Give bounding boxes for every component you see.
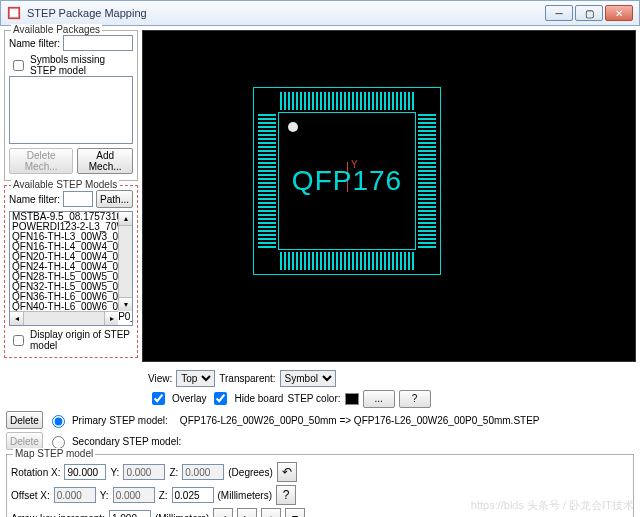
overlay-checkbox[interactable]	[152, 392, 165, 405]
watermark: https://blds 头条号 / 卧龙会IT技术	[471, 498, 634, 513]
help-question-button[interactable]: ?	[399, 390, 431, 408]
chip-pins-left	[258, 114, 276, 248]
rotation-x-label: Rotation X:	[11, 467, 60, 478]
chip-pins-bottom	[280, 252, 414, 270]
transparent-label: Transparent:	[219, 373, 275, 384]
available-packages-group: Available Packages Name filter: Symbols …	[4, 30, 138, 181]
scrollbar-vertical[interactable]: ▴ ▾	[118, 212, 132, 311]
scroll-down-icon[interactable]: ▾	[119, 297, 132, 311]
group-title: Map STEP model	[13, 448, 95, 459]
name-filter-label: Name filter:	[9, 194, 60, 205]
scroll-right-icon[interactable]: ▸	[104, 312, 118, 325]
packages-listbox[interactable]	[9, 76, 133, 144]
window-title: STEP Package Mapping	[27, 7, 543, 19]
display-origin-checkbox[interactable]	[13, 335, 24, 346]
offset-unit: (Millimeters)	[218, 490, 272, 501]
display-origin-label: Display origin of STEP model	[30, 329, 133, 351]
available-step-models-group: Available STEP Models Name filter: Path.…	[4, 185, 138, 358]
arrow-right-icon[interactable]: ▸	[237, 508, 257, 517]
path-button[interactable]: Path...	[96, 190, 133, 208]
packages-name-filter-input[interactable]	[63, 35, 133, 51]
models-listbox[interactable]: MSTBA-9.5_08.1757310.STEPPOWERDI123-2-L3…	[9, 211, 133, 326]
minimize-button[interactable]: ─	[545, 5, 573, 21]
group-title: Available Packages	[11, 24, 102, 35]
primary-model-radio[interactable]	[52, 415, 65, 428]
rotation-y-label: Y:	[110, 467, 119, 478]
title-bar: STEP Package Mapping ─ ▢ ✕	[0, 0, 640, 26]
models-name-filter-input[interactable]	[63, 191, 93, 207]
group-title: Available STEP Models	[11, 179, 119, 190]
scroll-up-icon[interactable]: ▴	[119, 212, 132, 226]
arrow-down-icon[interactable]: ▾	[285, 508, 305, 517]
arrow-key-unit: (Millimeters)	[155, 513, 209, 518]
chip-body: QFP176	[278, 112, 416, 250]
offset-y-input[interactable]	[113, 487, 155, 503]
secondary-model-label: Secondary STEP model:	[72, 436, 181, 447]
chip-pins-top	[280, 92, 414, 110]
close-button[interactable]: ✕	[605, 5, 633, 21]
offset-x-input[interactable]	[54, 487, 96, 503]
offset-y-label: Y:	[100, 490, 109, 501]
overlay-label: Overlay	[172, 393, 206, 404]
rotation-unit: (Degrees)	[228, 467, 272, 478]
hide-board-label: Hide board	[234, 393, 283, 404]
view-select[interactable]: Top	[176, 370, 215, 387]
add-mech-button[interactable]: Add Mech...	[77, 148, 133, 174]
svg-rect-1	[10, 9, 19, 18]
bottom-panel: View: Top Transparent: Symbol Overlay Hi…	[0, 366, 640, 517]
mapping-text: QFP176-L26_00W26_00P0_50mm => QFP176-L26…	[180, 415, 540, 426]
arrow-up-icon[interactable]: ▴	[261, 508, 281, 517]
offset-z-input[interactable]	[172, 487, 214, 503]
chip-pins-right	[418, 114, 436, 248]
offset-x-label: Offset X:	[11, 490, 50, 501]
3d-viewport[interactable]: Y QFP176	[142, 30, 636, 362]
undo-rotation-button[interactable]: ↶	[277, 462, 297, 482]
rotation-y-input[interactable]	[123, 464, 165, 480]
delete-mech-button[interactable]: Delete Mech...	[9, 148, 73, 174]
main-area: Available Packages Name filter: Symbols …	[0, 26, 640, 366]
left-panel: Available Packages Name filter: Symbols …	[0, 26, 142, 366]
arrow-key-label: Arrow key increment:	[11, 513, 105, 518]
app-icon	[7, 6, 21, 20]
hide-board-checkbox[interactable]	[214, 392, 227, 405]
delete-mapping-button[interactable]: Delete	[6, 411, 43, 429]
step-color-button[interactable]: ...	[363, 390, 395, 408]
chip-outline: Y QFP176	[253, 87, 441, 275]
scroll-left-icon[interactable]: ◂	[10, 312, 24, 325]
maximize-button[interactable]: ▢	[575, 5, 603, 21]
chip-label: QFP176	[292, 165, 402, 197]
rotation-x-input[interactable]	[64, 464, 106, 480]
offset-z-label: Z:	[159, 490, 168, 501]
step-color-label: STEP color:	[287, 393, 340, 404]
name-filter-label: Name filter:	[9, 38, 60, 49]
rotation-z-input[interactable]	[182, 464, 224, 480]
arrow-key-input[interactable]	[109, 510, 151, 517]
transparent-select[interactable]: Symbol	[280, 370, 336, 387]
step-color-swatch[interactable]	[345, 393, 359, 405]
primary-model-label: Primary STEP model:	[72, 415, 168, 426]
help-offset-button[interactable]: ?	[276, 485, 296, 505]
arrow-left-icon[interactable]: ◂	[213, 508, 233, 517]
symbols-missing-checkbox[interactable]	[13, 60, 24, 71]
scrollbar-horizontal[interactable]: ◂ ▸	[10, 311, 118, 325]
rotation-z-label: Z:	[169, 467, 178, 478]
symbols-missing-label: Symbols missing STEP model	[30, 54, 133, 76]
view-label: View:	[148, 373, 172, 384]
